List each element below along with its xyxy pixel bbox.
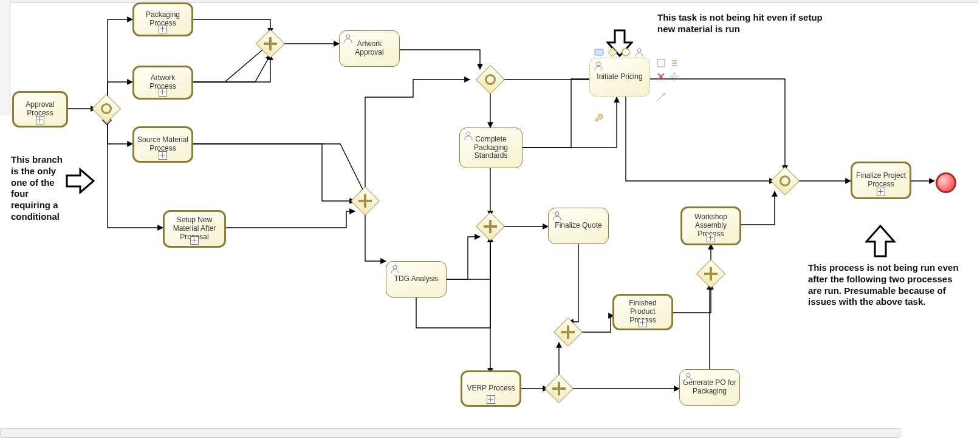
svg-point-9 (622, 49, 629, 56)
svg-point-5 (555, 212, 559, 216)
gateway-parallel-e[interactable] (549, 378, 569, 399)
task-label: TDG Analysis (394, 275, 439, 284)
task-finalize-project-process[interactable]: Finalize Project Process (851, 162, 911, 199)
arrow-up-icon (865, 225, 896, 259)
annotation-left: This branch is the only one of the four … (11, 154, 66, 223)
palette-user-icon[interactable] (634, 47, 644, 57)
task-setup-new-material[interactable]: Setup New Material After Proposal (163, 210, 226, 248)
user-icon (343, 33, 353, 43)
user-icon (390, 264, 400, 274)
task-initiate-pricing[interactable]: Initiate Pricing (589, 58, 650, 97)
task-finalize-quote[interactable]: Finalize Quote (548, 208, 609, 244)
svg-point-1 (346, 35, 350, 38)
user-icon (594, 61, 603, 70)
annotation-text: This branch is the only one of the four … (11, 154, 63, 222)
svg-point-4 (597, 62, 600, 66)
palette-annotation-icon[interactable] (656, 58, 666, 68)
gateway-parallel-c[interactable] (480, 216, 501, 237)
svg-rect-7 (595, 49, 603, 55)
subprocess-marker-icon (639, 319, 647, 327)
annotation-bottom-right: This process is not being run even after… (808, 262, 966, 308)
svg-point-10 (637, 49, 641, 52)
task-approval-process[interactable]: Approval Process (12, 91, 68, 128)
arrow-right-icon (66, 167, 96, 195)
subprocess-marker-icon (487, 395, 495, 404)
subprocess-marker-icon (877, 188, 885, 196)
palette-gateway-icon[interactable] (608, 47, 617, 57)
annotation-top-right: This task is not being hit even if setup… (657, 12, 840, 35)
gateway-inclusive-4[interactable] (775, 171, 795, 191)
user-icon (684, 372, 693, 382)
subprocess-marker-icon (159, 25, 167, 33)
gateway-inclusive-1[interactable] (96, 98, 117, 119)
subprocess-marker-icon (707, 234, 715, 242)
end-event[interactable] (936, 172, 956, 193)
task-verp-process[interactable]: VERP Process (461, 370, 521, 407)
svg-point-6 (687, 373, 690, 377)
svg-point-3 (467, 132, 470, 135)
user-icon (464, 131, 473, 140)
gateway-parallel-f[interactable] (701, 264, 721, 284)
task-finished-product-process[interactable]: Finished Product Process (612, 294, 673, 330)
annotation-text: This task is not being hit even if setup… (657, 12, 823, 34)
subprocess-marker-icon (190, 236, 199, 245)
task-label: VERP Process (467, 384, 515, 393)
gateway-parallel-d[interactable] (558, 322, 578, 342)
palette-event-icon[interactable] (621, 47, 631, 57)
user-icon (552, 211, 562, 220)
subprocess-marker-icon (36, 116, 44, 124)
task-artwork-approval[interactable]: Artwork Approval (339, 30, 400, 67)
gateway-parallel-a[interactable] (260, 33, 281, 54)
task-packaging-process[interactable]: Packaging Process (132, 2, 193, 36)
svg-rect-8 (608, 48, 617, 56)
svg-point-12 (673, 75, 676, 78)
task-label: Finalize Quote (555, 222, 601, 230)
gateway-inclusive-2[interactable] (480, 69, 501, 90)
horizontal-scrollbar[interactable] (0, 428, 900, 438)
task-label: Approval Process (16, 101, 64, 118)
gateway-parallel-b[interactable] (355, 191, 375, 211)
palette-delete-icon[interactable] (656, 72, 666, 81)
task-label: Finalize Project Process (855, 172, 907, 189)
palette-task-icon[interactable] (594, 47, 604, 57)
task-label: Source Material Process (137, 136, 189, 153)
task-generate-po[interactable]: Generate PO for Packaging (679, 369, 740, 406)
svg-rect-11 (657, 60, 665, 67)
task-workshop-assembly-process[interactable]: Workshop Assembly Process (680, 206, 741, 245)
task-label: Initiate Pricing (597, 73, 642, 81)
svg-point-2 (393, 265, 397, 269)
annotation-text: This process is not being run even after… (808, 262, 959, 307)
palette-more-icon[interactable] (670, 58, 679, 68)
task-complete-packaging-standards[interactable]: Complete Packaging Standards (459, 128, 523, 168)
task-source-material-process[interactable]: Source Material Process (132, 126, 193, 163)
task-artwork-process[interactable]: Artwork Process (132, 66, 193, 100)
task-tdg-analysis[interactable]: TDG Analysis (386, 261, 447, 298)
ruler-left (0, 0, 10, 115)
bpmn-canvas[interactable]: Approval Process Packaging Process Artwo… (0, 0, 980, 439)
subprocess-marker-icon (159, 151, 167, 160)
palette-connect-icon[interactable] (656, 92, 666, 102)
palette-wrench-icon[interactable] (594, 113, 604, 123)
subprocess-marker-icon (159, 88, 167, 97)
palette-settings-icon[interactable] (670, 72, 679, 81)
